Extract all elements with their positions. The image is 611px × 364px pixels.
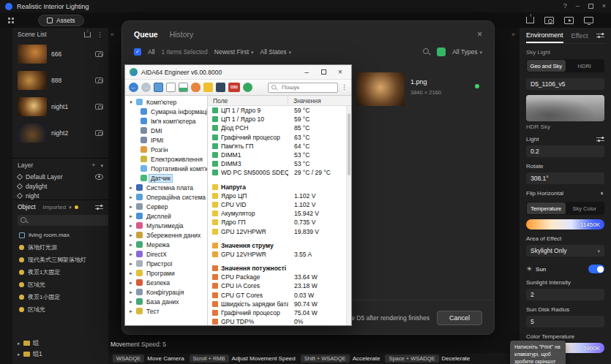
minimize-button[interactable]: [576, 3, 580, 10]
flame-icon[interactable]: [191, 83, 200, 92]
aida-tree-item[interactable]: DMI: [125, 126, 207, 135]
flip-horizontal-icon[interactable]: [601, 190, 604, 197]
aida-tree-item[interactable]: Сумарна інформація: [125, 107, 207, 116]
collapse-left-panel-icon[interactable]: [110, 31, 114, 38]
sensor-row[interactable]: GPU 12VHPWR 3.55 A: [208, 250, 351, 259]
sun-disk-radius-input[interactable]: 5: [526, 316, 604, 327]
osd-icon[interactable]: OSD: [228, 83, 240, 92]
aida-tree-item[interactable]: Портативний комп'ютер: [125, 164, 207, 173]
cancel-button[interactable]: Cancel: [437, 311, 482, 325]
tree-expander-icon[interactable]: [128, 185, 134, 191]
object-item[interactable]: 区域光: [12, 278, 108, 291]
scene-item[interactable]: night1: [12, 94, 108, 120]
sensor-row[interactable]: Акумулятор 15.942 V: [208, 209, 351, 218]
light-value-input[interactable]: 0.2: [526, 145, 604, 157]
scene-item[interactable]: night2: [12, 120, 108, 146]
select-all-checkbox[interactable]: [134, 48, 141, 56]
sensor-row[interactable]: Значення потужності: [208, 264, 351, 273]
sensor-row[interactable]: CPU IA Cores 23.18 W: [208, 281, 351, 290]
add-layer-icon[interactable]: [91, 162, 95, 169]
sensor-row[interactable]: DIMM1 53 °C: [208, 151, 351, 159]
sky-mode-option[interactable]: HDRI: [566, 60, 604, 72]
queue-close-icon[interactable]: [477, 30, 482, 39]
object-item[interactable]: 区域光: [12, 303, 108, 316]
sensor-row[interactable]: GPU TDP% 0%: [208, 317, 351, 325]
env-settings-icon[interactable]: [596, 32, 604, 39]
sensor-row[interactable]: Графічний процесор 63 °C: [208, 133, 351, 142]
scene-item[interactable]: 888: [12, 67, 108, 94]
object-item[interactable]: 落地灯光源: [12, 241, 108, 254]
back-icon[interactable]: [129, 83, 138, 92]
sensor-row[interactable]: Напруга: [208, 183, 351, 192]
forward-icon[interactable]: [141, 83, 151, 92]
scene-camera-icon[interactable]: [95, 77, 103, 83]
aida-tree-item[interactable]: Системна плата: [125, 183, 207, 192]
aida-tree-item[interactable]: Збереження даних: [125, 230, 207, 240]
sensor-row[interactable]: CPU Package 33.64 W: [208, 273, 351, 281]
lightning-icon[interactable]: [203, 83, 213, 92]
aida-tree-item[interactable]: Мережа: [125, 240, 207, 249]
tree-expander-icon[interactable]: [128, 99, 134, 105]
tree-expander-icon[interactable]: [128, 232, 134, 238]
tab-queue[interactable]: Queue: [134, 30, 158, 39]
sensor-row[interactable]: GPU 12VHPWR 19.839 V: [208, 227, 351, 235]
group-expander-icon[interactable]: [18, 352, 20, 357]
area-of-effect-dropdown[interactable]: Skylight Only: [526, 245, 604, 257]
scene-thumbnail[interactable]: [18, 71, 47, 90]
queue-item-thumbnail[interactable]: [356, 72, 405, 106]
color-mode-option[interactable]: Sky Color: [566, 202, 604, 214]
aida-tree-item[interactable]: Електроживлення: [125, 154, 207, 164]
layer-item[interactable]: daylight: [12, 181, 108, 191]
aida-titlebar[interactable]: AIDA64 Engineer v6.00.8000: [125, 65, 351, 80]
sensor-row[interactable]: CPU VID 1.102 V: [208, 200, 351, 209]
tree-expander-icon[interactable]: [128, 194, 134, 200]
help-icon[interactable]: [563, 3, 567, 10]
column-field[interactable]: Поле: [208, 96, 288, 105]
render-image-icon[interactable]: [544, 17, 554, 24]
object-group-row[interactable]: 组1: [12, 349, 108, 360]
render-video-icon[interactable]: [564, 17, 574, 24]
aida-tree-item[interactable]: Конфігурація: [125, 287, 207, 297]
type-filter-green-icon[interactable]: [437, 48, 446, 56]
aida-tree-item[interactable]: Безпека: [125, 278, 207, 287]
scene-camera-icon[interactable]: [95, 51, 103, 57]
object-item[interactable]: 夜景1小固定: [12, 291, 108, 303]
sensor-row[interactable]: Пам'ять ГП 64 °C: [208, 142, 351, 151]
column-value[interactable]: Значення: [288, 97, 321, 105]
tree-expander-icon[interactable]: [128, 204, 134, 210]
tree-expander-icon[interactable]: [128, 299, 134, 305]
scene-thumbnail[interactable]: [18, 45, 47, 64]
group-expander-icon[interactable]: [18, 341, 20, 346]
aida-scrollbar[interactable]: [346, 106, 351, 325]
sensor-row[interactable]: Значення струму: [208, 241, 351, 250]
states-dropdown[interactable]: All States: [260, 48, 291, 56]
import-scene-icon[interactable]: [84, 31, 91, 37]
aida-tree-item[interactable]: База даних: [125, 297, 207, 306]
aida-tree-item[interactable]: Пристрої: [125, 259, 207, 268]
report-icon[interactable]: [166, 83, 176, 92]
chart-icon[interactable]: [179, 83, 188, 92]
hdri-dropdown[interactable]: D5_1106_v5: [526, 78, 604, 90]
tree-expander-icon[interactable]: [128, 242, 134, 248]
assets-button[interactable]: Assets: [38, 15, 84, 26]
scene-thumbnail[interactable]: [18, 124, 47, 143]
queue-search-icon[interactable]: [423, 48, 430, 56]
aida-tree-item[interactable]: Сервер: [125, 202, 207, 211]
sensor-row[interactable]: Ядро ЦП 1.102 V: [208, 192, 351, 200]
aida-tree-item[interactable]: Датчик: [125, 173, 207, 183]
scene-thumbnail[interactable]: [18, 97, 47, 116]
sunlight-intensity-input[interactable]: 2: [526, 289, 604, 300]
collapse-right-panel-icon[interactable]: [511, 31, 515, 38]
layer-item[interactable]: Default Layer: [12, 172, 108, 181]
object-filter-label[interactable]: Imported: [43, 204, 67, 211]
visibility-eye-icon[interactable]: [95, 174, 103, 180]
env-tab[interactable]: Environment: [526, 28, 563, 43]
object-search-box[interactable]: [18, 215, 108, 226]
sensor-row[interactable]: ЦП 1 / Ядро 10 59 °C: [208, 115, 351, 124]
scene-camera-icon[interactable]: [95, 130, 103, 136]
env-tab[interactable]: Effect: [571, 28, 588, 43]
sensor-panel-icon[interactable]: [243, 83, 252, 92]
object-search-input[interactable]: [30, 216, 108, 224]
sensor-row[interactable]: Швидкість зарядки батареї 90.74 W: [208, 300, 351, 308]
layer-collapse-icon[interactable]: [100, 163, 103, 168]
